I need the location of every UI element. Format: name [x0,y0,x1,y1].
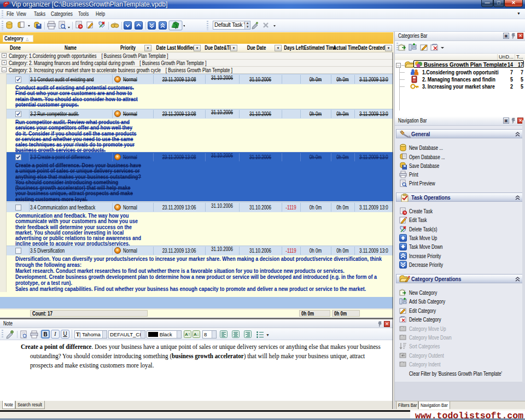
svg-text:A↑: A↑ [185,332,190,337]
svg-text:A↓: A↓ [194,332,199,337]
